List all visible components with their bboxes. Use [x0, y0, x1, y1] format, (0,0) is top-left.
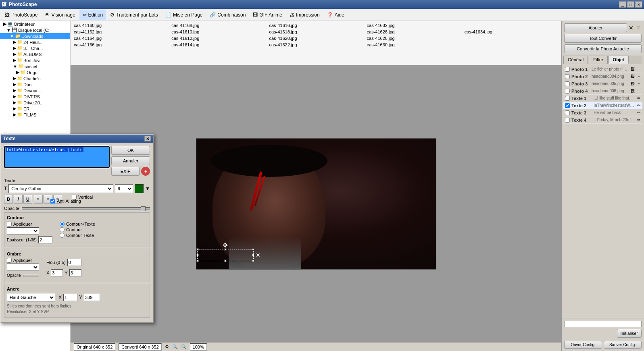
photo3-more-icon[interactable]: ⋯ — [636, 81, 641, 86]
ombre-opacite-slider[interactable] — [23, 275, 39, 276]
sauver-config-button[interactable]: Sauver Config. — [604, 341, 642, 349]
photo3-checkbox[interactable] — [565, 81, 570, 86]
photo4-more-icon[interactable]: ⋯ — [636, 88, 641, 93]
photo2-more-icon[interactable]: ⋯ — [636, 74, 641, 79]
tree-item-drive[interactable]: ▶ 📁 Drive.20... — [0, 100, 70, 106]
menu-aide[interactable]: ❓ Aide — [324, 10, 348, 20]
contour-minus-radio[interactable] — [60, 233, 65, 238]
file-item[interactable] — [463, 23, 560, 28]
menu-impression[interactable]: 🖨 Impression — [286, 10, 323, 20]
tree-item-charlies[interactable]: ▶ 📁 Charlie's — [0, 75, 70, 81]
texte1-checkbox[interactable] — [565, 96, 570, 101]
selection-handle-br[interactable] — [252, 260, 254, 262]
shadow-y-input[interactable] — [69, 269, 81, 276]
menu-edition[interactable]: ✏ Edition — [79, 10, 106, 20]
text-delete-icon[interactable]: ✕ — [256, 252, 261, 258]
annuler-button[interactable]: Annuler — [111, 156, 150, 165]
contour-texte-radio[interactable] — [60, 222, 65, 226]
photo1-edit-icon[interactable]: 🖼 — [630, 66, 635, 72]
tree-item-castiel[interactable]: ▼ 📁 castiel — [0, 63, 70, 69]
flou-input[interactable] — [67, 259, 81, 266]
ok-button[interactable]: OK — [111, 146, 150, 155]
file-item[interactable]: cas-41616.jpg — [267, 23, 364, 28]
photo4-checkbox[interactable] — [565, 89, 570, 93]
file-item[interactable]: cas-41168.jpg — [170, 23, 267, 28]
tree-item-devour[interactable]: ▶ 📁 Devour... — [0, 87, 70, 93]
tree-item-ordinateur[interactable]: ▶ 💻 Ordinateur — [0, 21, 70, 27]
texte2-edit-icon[interactable]: ✏ — [637, 103, 641, 108]
tool-icon-3[interactable]: 🔍 — [181, 344, 187, 349]
convertir-photo-button[interactable]: Convertir la Photo Actuelle — [564, 44, 642, 53]
tree-item-24heur[interactable]: ▶ 📁 24 Heur... — [0, 39, 70, 45]
tool-icon-2[interactable]: 🔍 — [172, 344, 178, 349]
anchor-x-input[interactable] — [63, 294, 77, 301]
italic-button[interactable]: I — [14, 195, 23, 204]
menu-combinaison[interactable]: 🔗 Combinaison — [206, 10, 249, 20]
list-icon[interactable]: ≡ — [635, 25, 642, 31]
maximize-button[interactable]: □ — [627, 1, 634, 8]
color-picker[interactable] — [135, 184, 144, 193]
opacite-slider[interactable] — [22, 207, 150, 210]
texte4-edit-icon[interactable]: ✏ — [637, 117, 641, 123]
texte4-checkbox[interactable] — [565, 118, 570, 123]
tool-icon-1[interactable]: ⚙ — [165, 344, 169, 349]
photo1-checkbox[interactable] — [565, 67, 570, 72]
shadow-x-input[interactable] — [51, 269, 63, 276]
texte1-edit-icon[interactable]: ✏ — [637, 96, 641, 101]
anchor-type-select[interactable]: Haut-Gauche — [7, 293, 55, 302]
anchor-y-input[interactable] — [84, 294, 100, 301]
tree-item-3cha[interactable]: ▶ 📁 3. - Cha... — [0, 45, 70, 51]
menu-photoscape[interactable]: 🖼 PhotoScape — [2, 10, 41, 20]
photo4-edit-icon[interactable]: 🖼 — [630, 88, 635, 93]
photo1-more-icon[interactable]: ⋯ — [636, 66, 641, 72]
file-item[interactable]: cas-41162.jpg — [72, 29, 169, 35]
font-select[interactable]: Century Gothic — [8, 184, 113, 193]
tree-item-bonjovi[interactable]: ▶ 📁 Bon Jovi — [0, 57, 70, 63]
align-left-button[interactable]: ≡ — [34, 195, 43, 204]
close-button[interactable]: ✕ — [635, 1, 642, 8]
texte2-checkbox[interactable] — [565, 103, 570, 108]
text-input[interactable] — [4, 146, 110, 168]
file-item[interactable]: cas-41622.jpg — [267, 42, 364, 48]
file-item[interactable]: cas-41164.jpg — [72, 35, 169, 41]
tree-item-origi[interactable]: ▶ 📁 Origi... — [0, 69, 70, 75]
title-bar-controls[interactable]: _ □ ✕ — [619, 1, 642, 8]
file-item[interactable]: cas-41614.jpg — [170, 42, 267, 48]
file-item[interactable]: cas-41630.jpg — [365, 42, 462, 48]
opacite-thumb[interactable] — [141, 206, 146, 211]
photo3-edit-icon[interactable]: 🖼 — [630, 81, 635, 86]
epaisseur-input[interactable] — [38, 236, 52, 243]
size-select[interactable]: 9 — [115, 184, 133, 193]
file-item[interactable]: cas-41628.jpg — [365, 35, 462, 41]
tree-item-er[interactable]: ▶ 📁 ER — [0, 106, 70, 112]
file-item[interactable]: cas-41626.jpg — [365, 29, 462, 35]
selection-handle-bl[interactable] — [196, 260, 199, 262]
dialog-close-button[interactable]: ✕ — [144, 136, 151, 141]
text-selection-box[interactable]: ✥ ✕ — [197, 249, 254, 261]
tree-item-divers[interactable]: ▶ 📁 DIVERS — [0, 93, 70, 100]
exif-button[interactable]: EXIF — [111, 167, 140, 176]
selection-handle-tr[interactable] — [252, 248, 254, 251]
menu-mise-en-page[interactable]: 📄 Mise en Page — [162, 10, 206, 20]
file-item[interactable]: cas-41618.jpg — [267, 29, 364, 35]
tab-general[interactable]: Général — [563, 56, 588, 64]
contour-color-select[interactable] — [7, 227, 39, 235]
ouvrir-config-button[interactable]: Ouvrir Config. — [564, 341, 602, 349]
contour-only-radio[interactable] — [60, 227, 65, 232]
file-item[interactable] — [463, 35, 560, 41]
file-item[interactable]: cas-41610.jpg — [170, 29, 267, 35]
tab-objet[interactable]: Objet — [609, 56, 629, 64]
minimize-button[interactable]: _ — [619, 1, 626, 8]
color-dropdown[interactable]: ▼ — [145, 186, 150, 191]
selection-handle-bm[interactable] — [224, 260, 227, 262]
ombre-checkbox[interactable] — [7, 258, 12, 263]
tree-item-downloads[interactable]: ▼ 📁 Downloads — [0, 33, 70, 39]
menu-gif[interactable]: 🎞 GIF Animé — [250, 10, 286, 20]
selection-handle-ml[interactable] — [196, 254, 199, 256]
texte3-checkbox[interactable] — [565, 110, 570, 115]
tree-item-films[interactable]: ▶ 📁 FILMS — [0, 112, 70, 118]
tree-item-disque[interactable]: ▼ 💾 Disque local (C: — [0, 27, 70, 33]
file-item[interactable]: cas-41160.jpg — [72, 23, 169, 28]
contour-checkbox[interactable] — [7, 222, 12, 226]
anti-aliasing-checkbox[interactable] — [50, 199, 55, 204]
